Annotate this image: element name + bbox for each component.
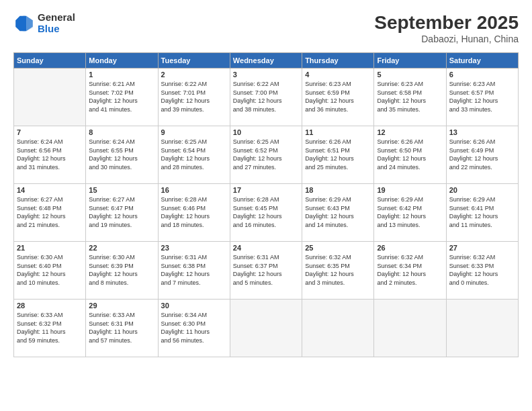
- day-info: Sunrise: 6:22 AM Sunset: 7:00 PM Dayligh…: [233, 80, 299, 113]
- day-info: Sunrise: 6:28 AM Sunset: 6:45 PM Dayligh…: [233, 195, 299, 229]
- week-row-5: 28Sunrise: 6:33 AM Sunset: 6:32 PM Dayli…: [14, 300, 519, 357]
- calendar-cell: 20Sunrise: 6:29 AM Sunset: 6:41 PM Dayli…: [446, 184, 518, 242]
- title-block: September 2025 Dabaozi, Hunan, China: [374, 12, 519, 44]
- calendar-cell: 17Sunrise: 6:28 AM Sunset: 6:45 PM Dayli…: [230, 184, 302, 242]
- calendar-cell: 30Sunrise: 6:34 AM Sunset: 6:30 PM Dayli…: [158, 300, 230, 357]
- day-number: 27: [449, 244, 515, 252]
- day-info: Sunrise: 6:23 AM Sunset: 6:58 PM Dayligh…: [377, 80, 443, 113]
- calendar-cell: 3Sunrise: 6:22 AM Sunset: 7:00 PM Daylig…: [230, 68, 302, 126]
- day-info: Sunrise: 6:33 AM Sunset: 6:32 PM Dayligh…: [17, 311, 83, 345]
- calendar-cell: 12Sunrise: 6:26 AM Sunset: 6:50 PM Dayli…: [374, 126, 446, 184]
- day-info: Sunrise: 6:26 AM Sunset: 6:51 PM Dayligh…: [305, 138, 371, 171]
- page-header: General Blue September 2025 Dabaozi, Hun…: [13, 12, 519, 44]
- svg-marker-2: [15, 15, 26, 30]
- weekday-header-friday: Friday: [374, 53, 446, 68]
- calendar-cell: 25Sunrise: 6:32 AM Sunset: 6:35 PM Dayli…: [302, 242, 374, 300]
- day-info: Sunrise: 6:29 AM Sunset: 6:43 PM Dayligh…: [305, 195, 371, 229]
- day-number: 8: [89, 128, 154, 136]
- day-number: 28: [17, 302, 83, 310]
- calendar-cell: 4Sunrise: 6:23 AM Sunset: 6:59 PM Daylig…: [302, 68, 374, 126]
- logo: General Blue: [13, 12, 75, 34]
- day-info: Sunrise: 6:32 AM Sunset: 6:35 PM Dayligh…: [305, 253, 371, 287]
- day-info: Sunrise: 6:28 AM Sunset: 6:46 PM Dayligh…: [161, 195, 227, 229]
- weekday-header-sunday: Sunday: [14, 53, 86, 68]
- day-info: Sunrise: 6:21 AM Sunset: 7:02 PM Dayligh…: [89, 80, 154, 113]
- day-number: 3: [233, 71, 299, 79]
- day-info: Sunrise: 6:25 AM Sunset: 6:54 PM Dayligh…: [161, 138, 227, 171]
- day-info: Sunrise: 6:29 AM Sunset: 6:41 PM Dayligh…: [449, 195, 515, 229]
- calendar-cell: 15Sunrise: 6:27 AM Sunset: 6:47 PM Dayli…: [86, 184, 158, 242]
- day-info: Sunrise: 6:24 AM Sunset: 6:56 PM Dayligh…: [17, 138, 83, 171]
- week-row-3: 14Sunrise: 6:27 AM Sunset: 6:48 PM Dayli…: [14, 184, 519, 242]
- day-number: 14: [17, 186, 83, 194]
- day-info: Sunrise: 6:25 AM Sunset: 6:52 PM Dayligh…: [233, 138, 299, 171]
- day-info: Sunrise: 6:29 AM Sunset: 6:42 PM Dayligh…: [377, 195, 443, 229]
- day-number: 25: [305, 244, 371, 252]
- day-info: Sunrise: 6:32 AM Sunset: 6:34 PM Dayligh…: [377, 253, 443, 287]
- calendar-cell: 18Sunrise: 6:29 AM Sunset: 6:43 PM Dayli…: [302, 184, 374, 242]
- logo-general: General: [38, 12, 75, 24]
- calendar-cell: 6Sunrise: 6:23 AM Sunset: 6:57 PM Daylig…: [446, 68, 518, 126]
- day-number: 12: [377, 128, 443, 136]
- calendar: SundayMondayTuesdayWednesdayThursdayFrid…: [13, 52, 519, 357]
- calendar-cell: [14, 68, 86, 126]
- logo-icon: [13, 13, 35, 34]
- day-info: Sunrise: 6:23 AM Sunset: 6:57 PM Dayligh…: [449, 80, 515, 113]
- day-number: 1: [89, 71, 154, 79]
- calendar-cell: 10Sunrise: 6:25 AM Sunset: 6:52 PM Dayli…: [230, 126, 302, 184]
- calendar-cell: 29Sunrise: 6:33 AM Sunset: 6:31 PM Dayli…: [86, 300, 158, 357]
- day-number: 13: [449, 128, 515, 136]
- month-title: September 2025: [374, 12, 519, 34]
- calendar-cell: 24Sunrise: 6:31 AM Sunset: 6:37 PM Dayli…: [230, 242, 302, 300]
- day-number: 4: [305, 71, 371, 79]
- calendar-cell: 21Sunrise: 6:30 AM Sunset: 6:40 PM Dayli…: [14, 242, 86, 300]
- day-number: 23: [161, 244, 227, 252]
- calendar-cell: [302, 300, 374, 357]
- calendar-cell: [374, 300, 446, 357]
- calendar-cell: 8Sunrise: 6:24 AM Sunset: 6:55 PM Daylig…: [86, 126, 158, 184]
- week-row-4: 21Sunrise: 6:30 AM Sunset: 6:40 PM Dayli…: [14, 242, 519, 300]
- calendar-cell: 11Sunrise: 6:26 AM Sunset: 6:51 PM Dayli…: [302, 126, 374, 184]
- day-info: Sunrise: 6:22 AM Sunset: 7:01 PM Dayligh…: [161, 80, 227, 113]
- weekday-header-thursday: Thursday: [302, 53, 374, 68]
- day-number: 26: [377, 244, 443, 252]
- day-number: 6: [449, 71, 515, 79]
- day-number: 18: [305, 186, 371, 194]
- day-number: 2: [161, 71, 227, 79]
- calendar-cell: 5Sunrise: 6:23 AM Sunset: 6:58 PM Daylig…: [374, 68, 446, 126]
- calendar-cell: 19Sunrise: 6:29 AM Sunset: 6:42 PM Dayli…: [374, 184, 446, 242]
- calendar-cell: 14Sunrise: 6:27 AM Sunset: 6:48 PM Dayli…: [14, 184, 86, 242]
- day-info: Sunrise: 6:31 AM Sunset: 6:38 PM Dayligh…: [161, 253, 227, 287]
- location: Dabaozi, Hunan, China: [374, 34, 519, 44]
- day-info: Sunrise: 6:34 AM Sunset: 6:30 PM Dayligh…: [161, 311, 227, 345]
- day-info: Sunrise: 6:31 AM Sunset: 6:37 PM Dayligh…: [233, 253, 299, 287]
- day-number: 30: [161, 302, 227, 310]
- day-number: 19: [377, 186, 443, 194]
- calendar-cell: 2Sunrise: 6:22 AM Sunset: 7:01 PM Daylig…: [158, 68, 230, 126]
- week-row-1: 1Sunrise: 6:21 AM Sunset: 7:02 PM Daylig…: [14, 68, 519, 126]
- day-number: 9: [161, 128, 227, 136]
- day-number: 22: [89, 244, 154, 252]
- day-number: 29: [89, 302, 154, 310]
- day-info: Sunrise: 6:27 AM Sunset: 6:47 PM Dayligh…: [89, 195, 154, 229]
- day-info: Sunrise: 6:33 AM Sunset: 6:31 PM Dayligh…: [89, 311, 154, 345]
- week-row-2: 7Sunrise: 6:24 AM Sunset: 6:56 PM Daylig…: [14, 126, 519, 184]
- calendar-cell: 27Sunrise: 6:32 AM Sunset: 6:33 PM Dayli…: [446, 242, 518, 300]
- day-number: 20: [449, 186, 515, 194]
- calendar-cell: 7Sunrise: 6:24 AM Sunset: 6:56 PM Daylig…: [14, 126, 86, 184]
- weekday-header-tuesday: Tuesday: [158, 53, 230, 68]
- day-number: 7: [17, 128, 83, 136]
- day-info: Sunrise: 6:23 AM Sunset: 6:59 PM Dayligh…: [305, 80, 371, 113]
- day-number: 11: [305, 128, 371, 136]
- logo-blue: Blue: [38, 24, 75, 35]
- day-info: Sunrise: 6:24 AM Sunset: 6:55 PM Dayligh…: [89, 138, 154, 171]
- day-number: 17: [233, 186, 299, 194]
- calendar-cell: 1Sunrise: 6:21 AM Sunset: 7:02 PM Daylig…: [86, 68, 158, 126]
- day-number: 5: [377, 71, 443, 79]
- calendar-cell: 26Sunrise: 6:32 AM Sunset: 6:34 PM Dayli…: [374, 242, 446, 300]
- weekday-header-saturday: Saturday: [446, 53, 518, 68]
- day-info: Sunrise: 6:30 AM Sunset: 6:40 PM Dayligh…: [17, 253, 83, 287]
- logo-text: General Blue: [38, 12, 75, 34]
- weekday-header-wednesday: Wednesday: [230, 53, 302, 68]
- day-number: 10: [233, 128, 299, 136]
